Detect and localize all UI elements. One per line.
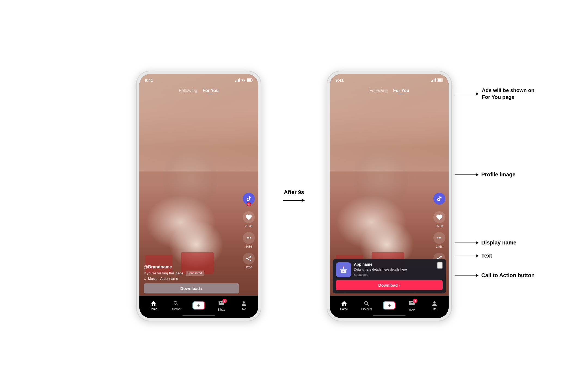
music-note-icon-1: ♫ bbox=[144, 277, 146, 281]
svg-rect-15 bbox=[340, 269, 347, 270]
svg-point-12 bbox=[437, 237, 438, 238]
plus-btn-2[interactable]: + bbox=[383, 301, 396, 310]
right-actions-2: 25.3K 3456 bbox=[433, 193, 445, 269]
comment-btn-1[interactable] bbox=[243, 232, 255, 244]
phone-2-container: 9:41 bbox=[327, 71, 452, 321]
profile-action-2 bbox=[433, 193, 445, 207]
tab-following-1[interactable]: Following bbox=[179, 88, 197, 93]
annotation-profile: Profile image bbox=[455, 171, 516, 178]
download-btn-1[interactable]: Download › bbox=[144, 283, 239, 293]
annot-arrow-displayname bbox=[476, 241, 479, 244]
annotation-displayname: Display name bbox=[455, 240, 516, 246]
status-time-1: 9:41 bbox=[145, 78, 153, 82]
nav-me-1[interactable]: Me bbox=[233, 300, 255, 311]
nav-home-2[interactable]: Home bbox=[333, 300, 355, 311]
inbox-badge-container-2: 9 bbox=[409, 300, 415, 307]
share-action-1: 1256 bbox=[243, 253, 255, 269]
tab-following-2[interactable]: Following bbox=[369, 88, 388, 93]
ad-sponsored-label: Sponsored bbox=[354, 273, 407, 276]
nav-inbox-label-2: Inbox bbox=[409, 308, 415, 311]
nav-home-label-1: Home bbox=[150, 308, 157, 311]
foryou-suffix: page bbox=[502, 94, 514, 100]
annot-text-foryou: Ads will be shown on For You page bbox=[482, 87, 534, 100]
plus-btn-1[interactable]: + bbox=[192, 301, 205, 310]
comment-icon-1 bbox=[245, 234, 252, 241]
comment-icon-2 bbox=[436, 234, 443, 241]
plus-icon-1: + bbox=[197, 302, 200, 309]
nav-plus-1[interactable]: + bbox=[187, 301, 210, 310]
profile-btn-1[interactable]: + bbox=[243, 193, 255, 205]
svg-point-5 bbox=[250, 237, 251, 238]
nav-inbox-1[interactable]: 9 Inbox bbox=[210, 300, 233, 311]
right-actions-1: + 25.3K bbox=[243, 193, 255, 269]
phone-2-screen: 9:41 bbox=[330, 74, 449, 318]
home-icon-2 bbox=[341, 300, 347, 307]
nav-inbox-label-1: Inbox bbox=[218, 308, 225, 311]
nav-discover-label-2: Discover bbox=[361, 308, 372, 311]
ad-card-header: App name Details here details here detai… bbox=[336, 262, 443, 277]
status-icons-2 bbox=[431, 78, 443, 82]
annotation-text: Text bbox=[455, 253, 492, 259]
annot-line-displayname bbox=[455, 243, 476, 243]
nav-me-label-1: Me bbox=[242, 308, 246, 311]
svg-rect-9 bbox=[443, 79, 443, 81]
comment-btn-2[interactable] bbox=[433, 232, 445, 244]
transition-section: After 9s bbox=[283, 189, 305, 203]
like-action-2: 25.3K bbox=[433, 211, 445, 228]
annot-foryou-line1: Ads will be shown on bbox=[482, 87, 534, 94]
status-time-2: 9:41 bbox=[335, 78, 344, 82]
ad-text-area: App name Details here details here detai… bbox=[354, 262, 407, 277]
phone-2-frame: 9:41 bbox=[327, 71, 452, 321]
nav-tabs-2: Following For You bbox=[330, 86, 449, 95]
ad-app-icon bbox=[336, 262, 351, 277]
svg-point-17 bbox=[343, 266, 344, 267]
tab-foryou-1[interactable]: For You bbox=[203, 88, 219, 93]
nav-plus-2[interactable]: + bbox=[378, 301, 400, 310]
share-btn-1[interactable] bbox=[243, 253, 255, 265]
transition-arrow-svg bbox=[283, 198, 305, 203]
me-icon-1 bbox=[241, 300, 247, 307]
like-btn-1[interactable] bbox=[243, 211, 255, 223]
signal-icon-2 bbox=[431, 78, 436, 82]
like-btn-2[interactable] bbox=[433, 211, 445, 223]
share-count-1: 1256 bbox=[246, 266, 252, 269]
heart-icon-2 bbox=[436, 214, 443, 221]
nav-home-1[interactable]: Home bbox=[142, 300, 165, 311]
nav-discover-1[interactable]: Discover bbox=[165, 300, 187, 311]
cake-icon bbox=[339, 265, 348, 274]
nav-tabs-1: Following For You bbox=[139, 86, 258, 95]
nav-inbox-2[interactable]: 9 Inbox bbox=[401, 300, 423, 311]
signal-icon-1 bbox=[235, 78, 240, 82]
svg-marker-7 bbox=[302, 199, 305, 202]
bottom-content-1: @Brandname If you're visiting this page … bbox=[144, 265, 239, 293]
annot-text-cta: Call to Action button bbox=[481, 272, 535, 278]
ad-close-btn[interactable]: ✕ bbox=[437, 262, 443, 269]
ad-download-btn[interactable]: Download › bbox=[336, 280, 443, 290]
profile-btn-2[interactable] bbox=[433, 193, 445, 205]
share-icon-1 bbox=[246, 255, 252, 262]
comment-action-1: 3456 bbox=[243, 232, 255, 248]
annot-arrow-foryou bbox=[476, 93, 479, 95]
annotations-container: Ads will be shown on For You page Profil… bbox=[460, 71, 588, 321]
nav-me-2[interactable]: Me bbox=[423, 300, 446, 311]
caption-row-1: If you're visiting this page Sponsored bbox=[144, 271, 239, 275]
annot-arrow-profile bbox=[476, 173, 479, 176]
inbox-badge-container-1: 9 bbox=[218, 300, 225, 307]
tab-foryou-2[interactable]: For You bbox=[393, 88, 409, 93]
me-icon-2 bbox=[431, 300, 438, 307]
battery-icon-2 bbox=[437, 78, 443, 82]
nav-home-label-2: Home bbox=[340, 308, 348, 311]
annot-line-cta bbox=[455, 275, 476, 276]
svg-point-13 bbox=[440, 237, 441, 238]
caption-text-1: If you're visiting this page bbox=[144, 271, 183, 275]
annot-line-foryou bbox=[455, 94, 476, 94]
annotation-foryou: Ads will be shown on For You page bbox=[455, 87, 534, 100]
phone-1-screen: 9:41 ▾▴ bbox=[139, 74, 258, 318]
bottom-nav-2: Home Discover + bbox=[330, 296, 449, 318]
annot-text-text: Text bbox=[481, 253, 492, 259]
transition-label: After 9s bbox=[284, 189, 304, 195]
nav-discover-2[interactable]: Discover bbox=[355, 300, 378, 311]
wifi-icon-1: ▾▴ bbox=[241, 78, 245, 82]
plus-icon-2: + bbox=[388, 302, 391, 309]
home-icon-1 bbox=[150, 300, 157, 307]
